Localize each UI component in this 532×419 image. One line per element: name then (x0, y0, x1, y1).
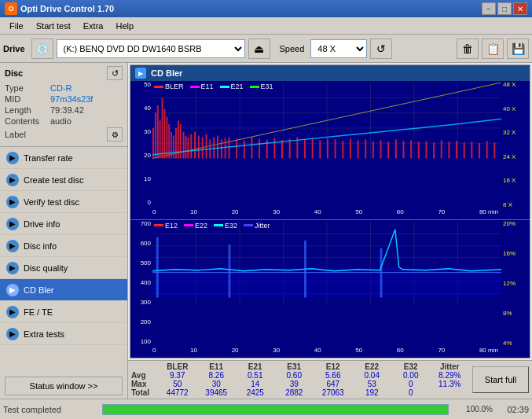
svg-rect-44 (273, 138, 275, 158)
col-header-e22: E22 (353, 362, 392, 371)
nav-disc-info[interactable]: ▶ Disc info (0, 235, 127, 257)
svg-rect-43 (266, 139, 268, 158)
svg-rect-58 (380, 140, 382, 158)
legend-e21: E21 (220, 83, 244, 90)
start-full-btn[interactable]: Start full (472, 366, 529, 393)
svg-rect-34 (213, 137, 215, 158)
svg-rect-21 (173, 136, 174, 159)
nav-verify-test-disc[interactable]: ▶ Verify test disc (0, 191, 127, 213)
nav-cd-bler-label: CD Bler (24, 285, 54, 295)
nav-cd-bler[interactable]: ▶ CD Bler (0, 279, 127, 301)
svg-rect-67 (448, 142, 449, 158)
nav-transfer-rate[interactable]: ▶ Transfer rate (0, 147, 127, 169)
verify-test-disc-icon: ▶ (6, 196, 19, 208)
svg-rect-73 (493, 142, 495, 158)
close-button[interactable]: ✕ (513, 2, 527, 15)
nav-drive-info[interactable]: ▶ Drive info (0, 213, 127, 235)
eject-btn[interactable]: ⏏ (248, 39, 270, 59)
nav-disc-info-label: Disc info (24, 241, 57, 251)
nav-fe-te-label: FE / TE (24, 307, 53, 317)
nav-drive-info-label: Drive info (24, 219, 60, 229)
legend-e32: E32 (214, 222, 237, 230)
nav-disc-quality[interactable]: ▶ Disc quality (0, 257, 127, 279)
disc-refresh-btn[interactable]: ↺ (107, 66, 123, 80)
disc-contents-label: Contents (5, 116, 47, 126)
nav-transfer-rate-label: Transfer rate (24, 153, 73, 163)
status-window-btn[interactable]: Status window >> (5, 377, 123, 395)
svg-rect-40 (244, 140, 245, 158)
minimize-button[interactable]: − (482, 2, 496, 15)
svg-rect-24 (180, 124, 182, 158)
svg-rect-72 (486, 141, 488, 158)
title-buttons: − □ ✕ (482, 2, 527, 15)
svg-rect-39 (236, 138, 237, 158)
svg-rect-27 (187, 137, 189, 158)
top-chart: BLER E11 E21 E31 (130, 81, 530, 219)
refresh-btn[interactable]: ↺ (370, 39, 392, 59)
svg-rect-88 (156, 237, 159, 297)
drive-select[interactable]: (K:) BENQ DVD DD DW1640 BSRB (57, 39, 245, 58)
svg-rect-35 (217, 136, 218, 159)
stats-avg-row: Avg 9.37 8.26 0.51 0.60 5.66 0.04 0.00 8… (131, 371, 469, 380)
col-header-jitter: Jitter (431, 362, 470, 371)
disc-mid-value: 97m34s23f (50, 94, 123, 104)
disc-mid-label: MID (5, 94, 47, 104)
svg-rect-48 (304, 139, 306, 158)
charts-container: BLER E11 E21 E31 (130, 81, 530, 358)
copy-btn[interactable]: 📋 (482, 39, 504, 59)
progress-container (102, 404, 449, 415)
chart-title-bar: ▶ CD Bler (130, 65, 530, 81)
svg-rect-14 (157, 105, 159, 159)
save-btn[interactable]: 💾 (507, 39, 529, 59)
svg-rect-25 (183, 132, 185, 159)
legend-e22: E22 (184, 222, 207, 230)
svg-rect-46 (289, 138, 291, 158)
svg-rect-13 (155, 113, 156, 159)
nav-fe-te[interactable]: ▶ FE / TE (0, 301, 127, 323)
maximize-button[interactable]: □ (497, 2, 512, 15)
top-chart-y-right: 48 X 40 X 32 X 24 X 16 X 8 X (501, 81, 530, 208)
menu-help[interactable]: Help (109, 20, 140, 32)
svg-rect-15 (160, 120, 161, 158)
progress-bar (103, 405, 448, 414)
bottom-chart-x-labels: 0 10 20 30 40 50 60 70 80 min (152, 347, 498, 358)
stats-table: BLER E11 E21 E31 E12 E22 E32 Jitter Avg … (128, 360, 532, 399)
erase-btn[interactable]: 🗑 (457, 39, 479, 59)
legend-bler: BLER (154, 83, 184, 90)
menu-file[interactable]: File (3, 20, 30, 32)
svg-rect-20 (171, 132, 172, 159)
app-icon: O (5, 2, 17, 15)
nav-create-test-disc[interactable]: ▶ Create test disc (0, 169, 127, 191)
bottom-chart: E12 E22 E32 Jitter (130, 219, 530, 358)
speed-select[interactable]: 48 X (310, 39, 367, 58)
extra-tests-icon: ▶ (6, 328, 19, 340)
svg-rect-52 (335, 139, 336, 158)
legend-e31: E31 (250, 83, 273, 90)
svg-rect-37 (225, 138, 226, 158)
svg-rect-45 (281, 140, 283, 158)
svg-rect-29 (194, 132, 196, 159)
nav-extra-tests-label: Extra tests (24, 329, 64, 339)
svg-rect-87 (152, 266, 501, 297)
svg-rect-16 (162, 97, 163, 158)
svg-rect-38 (229, 137, 230, 158)
svg-rect-61 (403, 141, 405, 158)
menu-extra[interactable]: Extra (77, 20, 110, 32)
svg-rect-59 (387, 142, 389, 158)
menu-bar: File Start test Extra Help (0, 17, 532, 35)
svg-rect-49 (312, 138, 314, 158)
svg-rect-69 (464, 142, 465, 158)
disc-panel: Disc ↺ Type CD-R MID 97m34s23f Length 79… (0, 63, 127, 147)
svg-rect-68 (456, 141, 457, 158)
drive-icon-btn[interactable]: 💿 (31, 39, 53, 59)
nav-verify-test-disc-label: Verify test disc (24, 197, 79, 207)
nav-extra-tests[interactable]: ▶ Extra tests (0, 323, 127, 345)
svg-rect-28 (190, 134, 192, 159)
menu-start-test[interactable]: Start test (30, 20, 77, 32)
svg-rect-57 (372, 141, 374, 158)
svg-rect-71 (479, 143, 480, 158)
chart-icon: ▶ (135, 68, 146, 79)
disc-label-btn[interactable]: ⚙ (107, 127, 123, 142)
svg-rect-41 (251, 137, 252, 158)
drive-label: Drive (3, 44, 25, 53)
